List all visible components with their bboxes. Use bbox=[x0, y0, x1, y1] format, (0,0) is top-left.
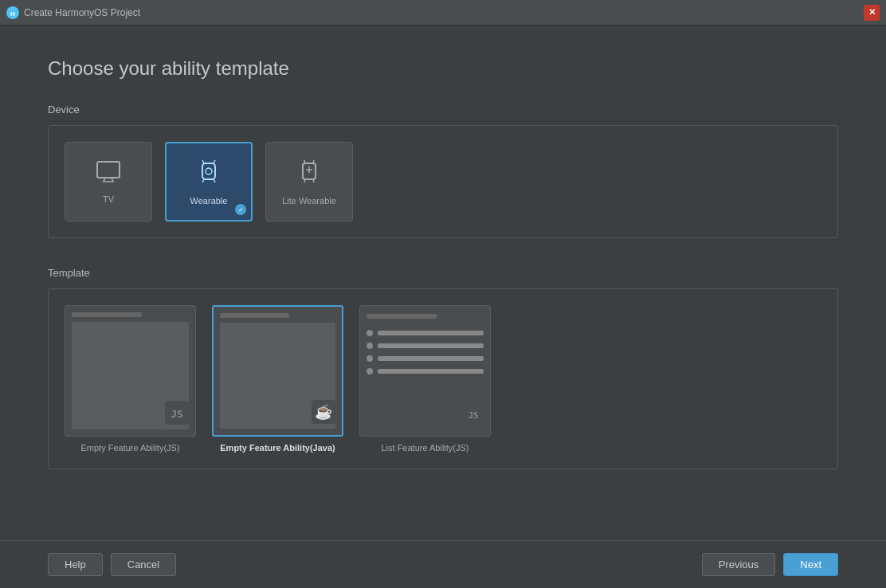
template-preview-list-js: JS bbox=[359, 305, 491, 437]
svg-line-8 bbox=[214, 160, 215, 163]
svg-rect-2 bbox=[97, 162, 120, 178]
next-button[interactable]: Next bbox=[783, 553, 838, 576]
preview-header-bar-list bbox=[367, 314, 437, 319]
device-item-wearable[interactable]: Wearable ✓ bbox=[165, 142, 253, 221]
device-section-label: Device bbox=[48, 104, 838, 116]
list-dot-2 bbox=[367, 343, 373, 349]
template-preview-empty-java: ☕ bbox=[212, 305, 343, 437]
svg-text:H: H bbox=[10, 10, 15, 17]
template-section-label: Template bbox=[48, 267, 838, 279]
preview-header-bar-java bbox=[220, 313, 289, 318]
device-item-tv[interactable]: TV bbox=[65, 142, 152, 221]
title-bar: H Create HarmonyOS Project ✕ bbox=[0, 0, 886, 25]
app-icon: H bbox=[6, 6, 19, 19]
java-icon: ☕ bbox=[312, 400, 335, 429]
main-content: Choose your ability template Device TV bbox=[0, 25, 886, 540]
device-item-lite-wearable[interactable]: Lite Wearable bbox=[265, 142, 353, 221]
template-empty-js-label: Empty Feature Ability(JS) bbox=[80, 443, 179, 453]
list-dot-1 bbox=[367, 330, 373, 336]
js-icon: JS bbox=[165, 401, 189, 429]
list-line-1 bbox=[378, 331, 484, 335]
device-section-container: Device TV bbox=[48, 104, 838, 254]
lite-wearable-icon bbox=[301, 159, 317, 190]
list-line-2 bbox=[378, 343, 484, 348]
title-bar-left: H Create HarmonyOS Project bbox=[6, 6, 140, 19]
template-item-list-js[interactable]: JS List Feature Ability(JS) bbox=[359, 305, 491, 453]
device-tv-label: TV bbox=[103, 194, 114, 204]
list-js-icon: JS bbox=[463, 404, 484, 429]
list-dot-4 bbox=[367, 368, 373, 374]
svg-point-11 bbox=[206, 168, 212, 174]
wearable-icon bbox=[199, 159, 218, 190]
svg-line-10 bbox=[214, 179, 215, 182]
template-grid: JS Empty Feature Ability(JS) bbox=[65, 305, 821, 453]
list-item-1 bbox=[367, 330, 484, 336]
svg-text:JS: JS bbox=[171, 408, 183, 420]
svg-line-9 bbox=[202, 179, 204, 182]
previous-button[interactable]: Previous bbox=[702, 553, 776, 576]
template-empty-java-label: Empty Feature Ability(Java) bbox=[220, 443, 335, 453]
device-grid: TV Wearable ✓ bbox=[65, 142, 821, 221]
template-section-container: Template JS Empty Feat bbox=[48, 267, 838, 469]
device-wearable-label: Wearable bbox=[190, 196, 228, 206]
list-item-2 bbox=[367, 343, 484, 349]
list-item-3 bbox=[367, 355, 484, 362]
template-list-js-label: List Feature Ability(JS) bbox=[381, 443, 468, 453]
device-section: TV Wearable ✓ bbox=[48, 125, 838, 238]
svg-text:JS: JS bbox=[468, 410, 478, 421]
title-bar-title: Create HarmonyOS Project bbox=[24, 7, 140, 18]
svg-line-13 bbox=[304, 160, 305, 163]
preview-header-bar-js bbox=[72, 312, 142, 317]
list-line-4 bbox=[378, 369, 484, 374]
template-preview-empty-js: JS bbox=[65, 305, 196, 437]
svg-line-15 bbox=[304, 179, 305, 182]
cancel-button[interactable]: Cancel bbox=[111, 553, 176, 576]
list-item-4 bbox=[367, 368, 484, 374]
list-dot-3 bbox=[367, 355, 373, 362]
template-section: JS Empty Feature Ability(JS) bbox=[48, 288, 838, 469]
svg-line-16 bbox=[313, 179, 314, 182]
wearable-check-badge: ✓ bbox=[235, 204, 246, 215]
tv-icon bbox=[96, 160, 121, 188]
page-title: Choose your ability template bbox=[48, 57, 838, 80]
svg-text:☕: ☕ bbox=[315, 403, 333, 421]
svg-line-14 bbox=[313, 160, 314, 163]
template-item-empty-js[interactable]: JS Empty Feature Ability(JS) bbox=[65, 305, 196, 453]
device-lite-wearable-label: Lite Wearable bbox=[282, 196, 336, 206]
close-button[interactable]: ✕ bbox=[864, 5, 880, 21]
footer-right: Previous Next bbox=[702, 553, 838, 576]
help-button[interactable]: Help bbox=[48, 553, 103, 576]
svg-line-7 bbox=[202, 160, 204, 163]
svg-rect-6 bbox=[202, 163, 215, 179]
template-item-empty-java[interactable]: ☕ Empty Feature Ability(Java) bbox=[212, 305, 343, 453]
list-line-3 bbox=[378, 356, 484, 361]
footer-left: Help Cancel bbox=[48, 553, 176, 576]
footer: Help Cancel Previous Next bbox=[0, 540, 886, 588]
